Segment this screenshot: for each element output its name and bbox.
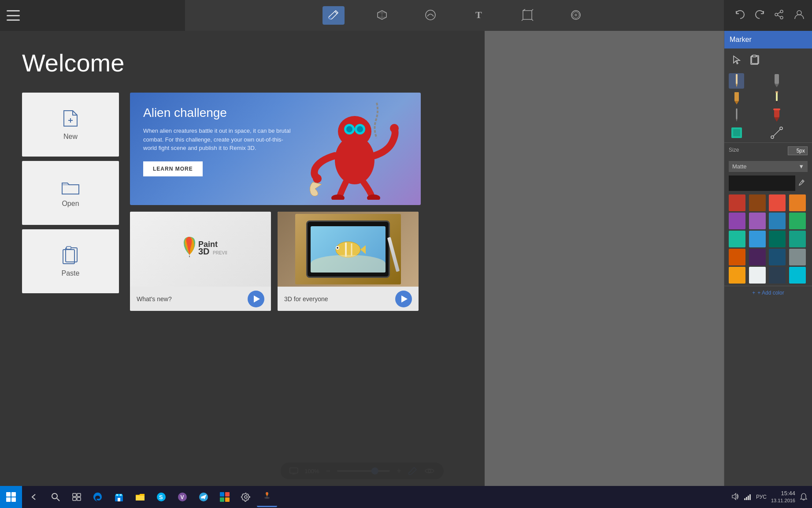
taskbar-search[interactable]	[45, 487, 66, 507]
cursor-tool[interactable]	[729, 52, 744, 67]
color-swatch[interactable]	[769, 213, 786, 229]
color-swatch[interactable]	[789, 249, 806, 265]
new-button[interactable]: New	[22, 93, 119, 157]
color-swatch[interactable]	[749, 194, 766, 211]
color-swatch[interactable]	[729, 194, 745, 211]
start-button[interactable]	[0, 486, 22, 508]
svg-rect-38	[67, 247, 71, 249]
color-swatch[interactable]	[789, 267, 806, 284]
redo-button[interactable]	[754, 9, 765, 22]
video-cards: Paint 3D PREVIEW What's new?	[130, 212, 463, 311]
size-label: Size	[729, 147, 739, 153]
taskbar-explorer[interactable]	[130, 487, 150, 507]
color-swatch[interactable]	[749, 213, 766, 229]
color-swatch[interactable]	[789, 213, 806, 229]
taskbar-taskview[interactable]	[67, 487, 87, 507]
thin-pen-tool[interactable]	[729, 108, 744, 123]
account-button[interactable]	[793, 8, 805, 23]
tool-sticker[interactable]	[419, 6, 441, 25]
material-label: Matte	[732, 163, 747, 170]
taskbar-skype[interactable]: S	[151, 487, 171, 507]
material-dropdown[interactable]: Matte ▼	[729, 161, 808, 172]
svg-rect-29	[733, 129, 740, 136]
line-tool[interactable]	[769, 125, 785, 140]
main-area: 100% − + Marker	[0, 31, 812, 486]
svg-rect-76	[744, 498, 745, 500]
svg-rect-4	[523, 11, 532, 19]
svg-rect-61	[77, 493, 81, 497]
windows-logo	[6, 492, 16, 502]
taskbar-viber[interactable]: V	[172, 487, 193, 507]
taskbar-settings[interactable]	[236, 487, 256, 507]
keyboard-layout[interactable]: РУС	[756, 494, 767, 500]
toolbar-left	[0, 0, 185, 31]
taskbar-telegram[interactable]	[193, 487, 214, 507]
tool-text[interactable]: T	[468, 6, 490, 25]
tool-brush[interactable]	[323, 6, 345, 25]
share-button[interactable]	[774, 9, 784, 22]
learn-more-button[interactable]: LEARN MORE	[143, 161, 203, 176]
whats-new-footer: What's new?	[130, 287, 271, 311]
menu-button[interactable]	[7, 10, 20, 21]
color-swatch[interactable]	[789, 194, 806, 211]
svg-rect-24	[775, 91, 778, 93]
svg-rect-20	[736, 74, 738, 84]
top-toolbar: T	[0, 0, 812, 31]
thin-marker-tool[interactable]	[729, 73, 744, 89]
tool-3d[interactable]	[371, 6, 393, 25]
right-sidebar: Marker	[724, 31, 812, 486]
whats-new-card[interactable]: Paint 3D PREVIEW What's new?	[130, 212, 271, 311]
svg-point-73	[245, 496, 247, 498]
paste-button[interactable]: Paste	[22, 229, 119, 293]
undo-button[interactable]	[735, 9, 745, 22]
taskbar-back[interactable]	[24, 487, 44, 507]
eyedropper-button[interactable]	[795, 178, 808, 189]
color-swatch[interactable]	[729, 231, 745, 247]
network-icon[interactable]	[744, 493, 752, 501]
svg-point-46	[313, 174, 322, 183]
color-swatch[interactable]	[729, 213, 745, 229]
clipboard-tool[interactable]	[746, 52, 762, 67]
color-swatch[interactable]	[769, 194, 786, 211]
active-color-swatch[interactable]	[729, 176, 795, 191]
svg-text:T: T	[475, 9, 482, 20]
toolbar-center: T	[185, 0, 724, 31]
medium-marker-tool[interactable]	[769, 73, 785, 89]
color-swatch[interactable]	[749, 231, 766, 247]
add-color-label: + Add color	[757, 290, 784, 296]
3d-everyone-play[interactable]	[395, 291, 412, 307]
taskbar-items: S V	[22, 487, 731, 507]
color-swatch[interactable]	[769, 249, 786, 265]
tool-effects[interactable]	[565, 6, 587, 25]
open-button[interactable]: Open	[22, 161, 119, 225]
clock-time: 15:44	[771, 489, 795, 497]
svg-line-33	[802, 181, 803, 182]
add-color-button[interactable]: + + Add color	[724, 286, 812, 299]
color-swatch[interactable]	[769, 267, 786, 284]
svg-point-67	[120, 494, 122, 496]
taskbar-paint3d[interactable]	[257, 487, 277, 507]
color-swatch[interactable]	[749, 249, 766, 265]
whats-new-play[interactable]	[248, 291, 264, 307]
pencil-tool[interactable]	[769, 90, 785, 106]
wide-marker-tool[interactable]	[729, 90, 744, 106]
taskbar-win10[interactable]	[215, 487, 235, 507]
open-label: Open	[62, 200, 79, 208]
svg-rect-23	[776, 92, 778, 101]
color-swatch[interactable]	[749, 267, 766, 284]
volume-icon[interactable]	[731, 493, 739, 501]
taskbar-clock: 15:44 13.11.2016	[771, 489, 795, 504]
taskbar-store[interactable]	[109, 487, 129, 507]
svg-line-11	[778, 15, 781, 17]
color-swatch[interactable]	[769, 231, 786, 247]
taskbar-edge[interactable]	[88, 487, 108, 507]
color-swatch[interactable]	[729, 249, 745, 265]
3d-everyone-card[interactable]: 3D for everyone	[278, 212, 419, 311]
red-marker-tool[interactable]	[769, 108, 785, 123]
teal-tool[interactable]	[729, 125, 744, 140]
notification-button[interactable]	[800, 493, 808, 501]
color-swatch[interactable]	[729, 267, 745, 284]
size-input[interactable]	[788, 146, 808, 155]
tool-canvas[interactable]	[516, 6, 538, 25]
color-swatch[interactable]	[789, 231, 806, 247]
